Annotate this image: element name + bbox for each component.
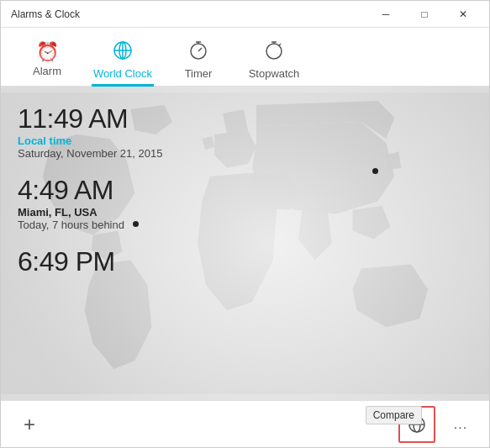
tab-worldclock[interactable]: World Clock: [85, 28, 161, 87]
city-dot-2: [372, 168, 378, 174]
alarm-icon: ⏰: [36, 43, 59, 61]
tab-stopwatch-label: Stopwatch: [249, 67, 300, 80]
svg-line-11: [279, 44, 281, 45]
svg-line-7: [198, 48, 202, 51]
world-map: [1, 87, 489, 400]
title-bar: Alarms & Clock ─ □ ✕: [1, 1, 489, 28]
compare-tooltip: Compare: [366, 406, 422, 424]
tab-timer-label: Timer: [185, 67, 213, 80]
window-controls: ─ □ ✕: [366, 1, 482, 28]
more-options-button[interactable]: ...: [442, 406, 479, 443]
tab-stopwatch[interactable]: Stopwatch: [236, 28, 312, 87]
close-button[interactable]: ✕: [444, 1, 482, 28]
maximize-button[interactable]: □: [405, 1, 444, 28]
tab-bar: ⏰ Alarm World Clock: [1, 28, 489, 87]
timer-icon: [188, 40, 208, 64]
stopwatch-icon: [264, 40, 284, 64]
window-title: Alarms & Clock: [8, 8, 80, 20]
app-window: Alarms & Clock ─ □ ✕ ⏰ Alarm World Clock: [0, 0, 490, 448]
minimize-button[interactable]: ─: [366, 1, 405, 28]
tab-alarm-label: Alarm: [33, 65, 61, 77]
main-content: 11:49 AM Local time Saturday, November 2…: [1, 87, 489, 400]
tab-alarm[interactable]: ⏰ Alarm: [9, 28, 85, 87]
svg-point-8: [266, 44, 282, 59]
worldclock-icon: [113, 40, 133, 64]
bottom-bar: Compare + ...: [1, 400, 489, 447]
tab-worldclock-label: World Clock: [93, 67, 152, 80]
add-clock-button[interactable]: +: [11, 406, 48, 443]
tab-timer[interactable]: Timer: [161, 28, 236, 87]
